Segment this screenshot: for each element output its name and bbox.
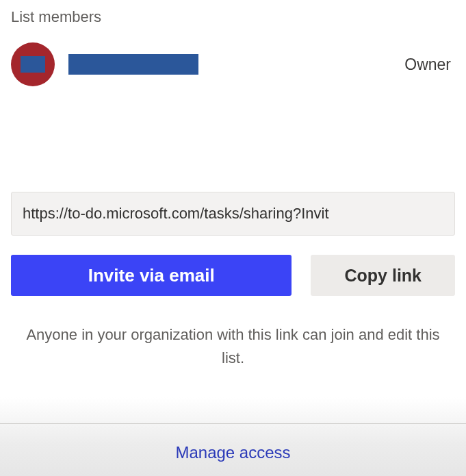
member-name-redacted: [68, 54, 198, 75]
member-row: Owner: [11, 42, 455, 86]
share-link-input[interactable]: [11, 192, 455, 236]
button-row: Invite via email Copy link: [11, 255, 455, 296]
copy-link-button[interactable]: Copy link: [311, 255, 455, 296]
member-role: Owner: [404, 55, 451, 74]
invite-via-email-button[interactable]: Invite via email: [11, 255, 292, 296]
avatar: [11, 42, 55, 86]
share-dialog: List members Owner Invite via email Copy…: [0, 0, 466, 476]
avatar-icon: [21, 56, 45, 73]
section-title: List members: [11, 8, 455, 26]
share-info-text: Anyone in your organization with this li…: [11, 323, 455, 370]
manage-access-link[interactable]: Manage access: [0, 424, 466, 476]
lower-area: Manage access: [0, 397, 466, 476]
link-section: Invite via email Copy link Anyone in you…: [11, 192, 455, 370]
